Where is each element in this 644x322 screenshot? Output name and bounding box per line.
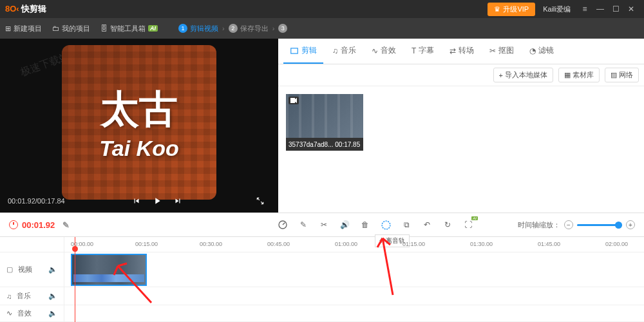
chevron-right-icon: ›: [272, 24, 275, 32]
pencil-icon[interactable]: ✎: [62, 220, 70, 230]
app-logo: 8O‹ 快剪辑: [5, 3, 46, 15]
workflow-steps: 1 剪辑视频 › 2 保存导出 › 3: [178, 24, 287, 33]
track-labels: ▢视频 🔈 ♫音乐 🔈 ∿音效 🔈: [0, 237, 64, 322]
video-track-label[interactable]: ▢视频 🔈: [0, 252, 64, 287]
next-button[interactable]: [167, 191, 188, 211]
toolbox-icon: 🗄: [100, 24, 108, 32]
tab-music[interactable]: ♫音乐: [326, 39, 363, 64]
menu-button[interactable]: ≡: [577, 3, 592, 15]
svg-rect-0: [291, 48, 298, 53]
music-icon: ♫: [6, 292, 12, 300]
sfx-track[interactable]: [64, 305, 644, 322]
crown-icon: ♛: [494, 5, 500, 14]
preview-panel: 极速下载站 太古 Tai Koo 00:01.92/00:17.84: [0, 39, 278, 213]
preview-video[interactable]: 太古 Tai Koo: [62, 45, 216, 200]
user-name[interactable]: Kaili爱编: [543, 5, 571, 14]
fullscreen-button[interactable]: [250, 191, 270, 211]
ai-badge-icon: AI: [148, 25, 158, 32]
playback-time: 00:01.92/00:17.84: [8, 197, 65, 205]
timeline-clip[interactable]: [71, 254, 147, 286]
playhead[interactable]: [75, 237, 75, 322]
music-track[interactable]: [64, 287, 644, 305]
tab-subtitle[interactable]: T字幕: [405, 39, 440, 64]
copy-button[interactable]: ⧉: [401, 219, 412, 231]
network-button[interactable]: ▨网络: [605, 68, 639, 82]
zoom-in-button[interactable]: +: [626, 220, 635, 229]
separate-audio-button[interactable]: 分离音轨: [380, 219, 392, 231]
clip-thumbnail: [286, 94, 363, 138]
tab-cutout[interactable]: ✂抠图: [483, 39, 520, 64]
grid-icon: ▦: [564, 71, 571, 79]
close-button[interactable]: ✕: [623, 3, 639, 15]
folder-icon: 🗀: [52, 24, 59, 32]
undo-button[interactable]: ↶: [421, 219, 433, 231]
mute-icon[interactable]: 🔈: [48, 265, 57, 274]
video-track[interactable]: [64, 252, 644, 287]
ruler-tick: 02:00.00: [605, 241, 628, 247]
media-panel: 剪辑 ♫音乐 ∿音效 T字幕 ⇄转场 ✂抠图 ◔滤镜 +导入本地媒体 ▦素材库 …: [278, 39, 644, 213]
tab-transition[interactable]: ⇄转场: [443, 39, 480, 64]
zoom-slider[interactable]: [577, 224, 622, 226]
ruler-tick: 01:15.00: [402, 241, 425, 247]
library-button[interactable]: ▦素材库: [558, 68, 600, 82]
redo-button[interactable]: ↻: [442, 219, 453, 231]
step-export[interactable]: 2 保存导出: [229, 24, 269, 33]
maximize-button[interactable]: ☐: [608, 3, 623, 15]
time-ruler[interactable]: 00:00.0000:15.0000:30.0000:45.0001:00.00…: [64, 237, 644, 252]
track-area[interactable]: 00:00.0000:15.0000:30.0000:45.0001:00.00…: [64, 237, 644, 322]
mute-icon[interactable]: 🔈: [48, 292, 57, 300]
volume-button[interactable]: 🔊: [339, 219, 350, 231]
ruler-tick: 01:45.00: [538, 241, 560, 247]
svg-rect-1: [290, 98, 295, 103]
video-icon: ▢: [6, 265, 13, 274]
ruler-tick: 00:45.00: [267, 241, 290, 247]
music-icon: ♫: [332, 46, 338, 55]
ruler-tick: 00:15.00: [135, 241, 158, 247]
media-grid: 35737da7ad8... 00:17.85: [278, 86, 644, 213]
mute-icon[interactable]: 🔈: [48, 309, 57, 317]
prev-button[interactable]: [126, 191, 147, 211]
wave-icon: ∿: [6, 309, 12, 317]
transition-icon: ⇄: [450, 46, 456, 55]
upgrade-vip-button[interactable]: ♛ 升级VIP: [488, 3, 535, 16]
smart-toolbox-button[interactable]: 🗄 智能工具箱 AI: [100, 24, 158, 33]
chevron-right-icon: ›: [222, 24, 225, 32]
new-project-button[interactable]: ⊞ 新建项目: [5, 24, 42, 33]
media-clip-item[interactable]: 35737da7ad8... 00:17.85: [286, 94, 363, 151]
edit-button[interactable]: ✎: [298, 219, 309, 231]
image-icon: ▨: [611, 71, 617, 79]
svg-point-3: [382, 221, 390, 229]
timeline-current-time[interactable]: 00:01.92 ✎: [9, 220, 70, 230]
play-button[interactable]: [147, 191, 167, 211]
menubar: ⊞ 新建项目 🗀 我的项目 🗄 智能工具箱 AI 1 剪辑视频 › 2 保存导出…: [0, 18, 644, 39]
tab-filter[interactable]: ◔滤镜: [523, 39, 560, 64]
step-edit[interactable]: 1 剪辑视频: [178, 24, 218, 33]
clip-label: 35737da7ad8... 00:17.85: [286, 138, 363, 151]
tab-sfx[interactable]: ∿音效: [365, 39, 402, 64]
music-track-label[interactable]: ♫音乐 🔈: [0, 287, 64, 305]
speed-button[interactable]: [277, 219, 289, 231]
plus-box-icon: ⊞: [5, 24, 11, 33]
sfx-track-label[interactable]: ∿音效 🔈: [0, 305, 64, 322]
scissors-icon: ✂: [489, 46, 496, 55]
timeline: ▢视频 🔈 ♫音乐 🔈 ∿音效 🔈 00:00.0000:15.0000:30.…: [0, 237, 644, 322]
media-tabs: 剪辑 ♫音乐 ∿音效 T字幕 ⇄转场 ✂抠图 ◔滤镜: [278, 39, 644, 64]
minimize-button[interactable]: —: [592, 3, 608, 15]
player-controls: 00:01.92/00:17.84: [0, 189, 278, 213]
my-projects-button[interactable]: 🗀 我的项目: [52, 24, 90, 33]
ruler-tick: 00:30.00: [200, 241, 222, 247]
clock-icon: [9, 220, 18, 229]
titlebar: 8O‹ 快剪辑 ♛ 升级VIP Kaili爱编 ≡ — ☐ ✕: [0, 0, 644, 18]
timeline-zoom: 时间轴缩放： − +: [518, 220, 635, 230]
text-icon: T: [412, 46, 416, 55]
media-tools: +导入本地媒体 ▦素材库 ▨网络: [278, 64, 644, 86]
wave-icon: ∿: [372, 46, 378, 55]
tab-clip[interactable]: 剪辑: [283, 39, 323, 64]
step-three[interactable]: 3: [278, 24, 287, 33]
cut-button[interactable]: ✂: [318, 219, 330, 231]
delete-button[interactable]: 🗑: [359, 219, 371, 231]
import-media-button[interactable]: +导入本地媒体: [493, 68, 553, 82]
video-type-icon: [289, 97, 299, 104]
auto-fit-button[interactable]: ⛶: [462, 219, 474, 231]
zoom-out-button[interactable]: −: [564, 220, 573, 229]
